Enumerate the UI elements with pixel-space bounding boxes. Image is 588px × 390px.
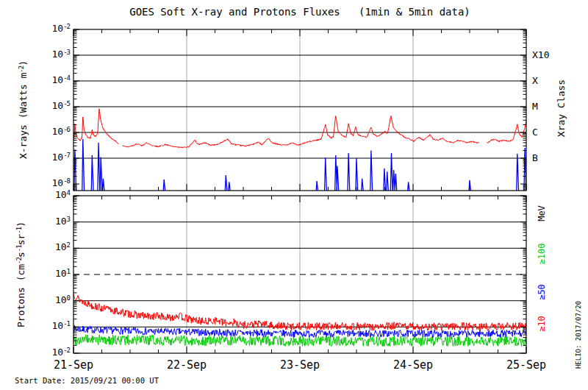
proton-legend-unit: MeV [537, 205, 546, 221]
xray-class-letter: B [532, 153, 538, 163]
start-date-label: Start Date: 2015/09/21 00:00 UT [15, 377, 159, 385]
xray-class-letter: X10 [532, 50, 549, 60]
xray-y-tick-label: 10-7 [40, 152, 70, 162]
helio-watermark: HELIO: 2017/07/20 [576, 301, 582, 369]
proton-legend-entry: ≥100 [537, 244, 546, 265]
flux-plot-svg [0, 0, 588, 390]
chart-title: GOES Soft X-ray and Protons Fluxes (1min… [74, 7, 526, 17]
xray-class-scale-title: Xray Class [556, 79, 566, 137]
proton-y-tick-label: 102 [40, 242, 70, 252]
x-axis-day-label: 21-Sep [40, 360, 107, 371]
xray-class-letter: X [532, 76, 538, 85]
xray-y-tick-label: 10-6 [40, 127, 70, 136]
xray-class-letter: C [532, 127, 538, 137]
proton-y-axis-title: Protons (cm-2s-1sr-1) [16, 221, 26, 327]
proton-y-tick-label: 103 [40, 216, 70, 226]
xray-y-tick-label: 10-4 [40, 75, 70, 85]
x-axis-day-label: 22-Sep [154, 360, 220, 371]
x-axis-day-label: 25-Sep [493, 360, 559, 371]
proton-y-tick-label: 100 [40, 295, 70, 305]
xray-y-tick-label: 10-8 [40, 178, 70, 188]
proton-y-tick-label: 104 [40, 190, 70, 199]
x-axis-day-label: 23-Sep [267, 360, 333, 371]
xray-y-tick-label: 10-3 [40, 49, 70, 59]
xray-y-tick-label: 10-5 [40, 101, 70, 110]
proton-y-tick-label: 10-2 [40, 347, 70, 357]
xray-y-axis-title: X-rays (Watts m-2) [18, 60, 28, 159]
xray-y-tick-label: 10-2 [40, 24, 70, 33]
proton-legend-entry: ≥50 [537, 284, 546, 300]
x-axis-day-label: 24-Sep [380, 360, 446, 371]
proton-y-tick-label: 10-1 [40, 321, 70, 330]
xray-class-letter: M [532, 102, 538, 111]
proton-y-tick-label: 101 [40, 269, 70, 278]
day-gridlines [187, 29, 413, 353]
goes-flux-chart-page: GOES Soft X-ray and Protons Fluxes (1min… [0, 0, 588, 390]
proton-legend-entry: ≥10 [537, 316, 546, 332]
